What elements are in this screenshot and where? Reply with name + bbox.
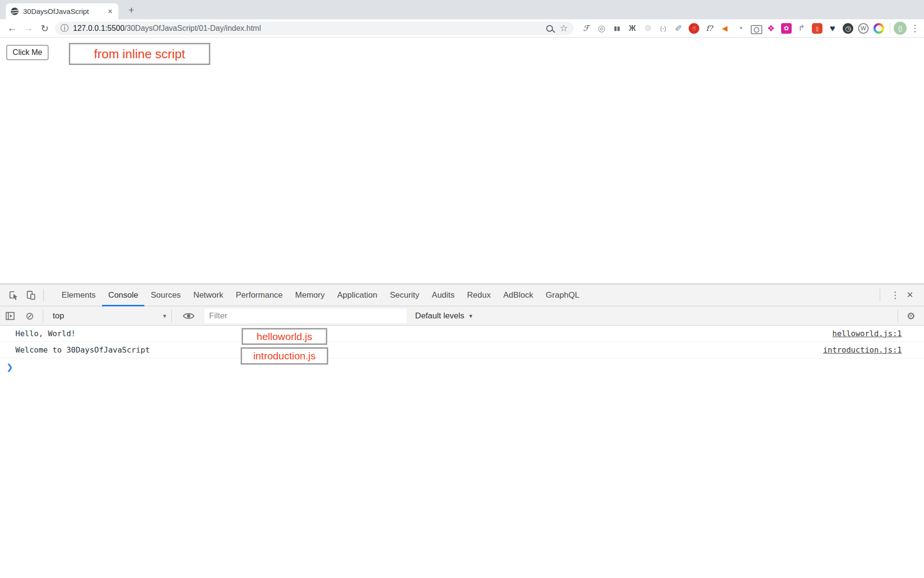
- stop-hand-extension-icon[interactable]: ☝: [689, 23, 699, 34]
- corner-arrow-extension-icon[interactable]: ↱: [796, 23, 807, 34]
- swirl-extension-icon[interactable]: ◔: [735, 23, 745, 34]
- tabbar-right-divider: [880, 289, 880, 302]
- page-info-icon[interactable]: ⓘ: [61, 23, 69, 34]
- inline-script-annotation: from inline script: [69, 43, 210, 65]
- tab-security[interactable]: Security: [384, 284, 425, 306]
- device-toolbar-icon[interactable]: [26, 290, 36, 301]
- tab-network[interactable]: Network: [187, 284, 230, 306]
- parentheses-extension-icon[interactable]: (-): [658, 23, 668, 34]
- chevron-down-icon: ▼: [162, 313, 167, 319]
- tab-adblock[interactable]: AdBlock: [497, 284, 539, 306]
- profile-avatar[interactable]: {}: [894, 22, 907, 35]
- console-prompt-row[interactable]: ❯: [0, 358, 924, 376]
- red-square-extension-icon[interactable]: ▯: [812, 23, 822, 34]
- page-content: Click Me from inline script: [0, 38, 924, 284]
- devtools-panel: Elements Console Sources Network Perform…: [0, 284, 924, 578]
- tab-audits[interactable]: Audits: [425, 284, 461, 306]
- w-circle-extension-icon[interactable]: W: [858, 23, 869, 34]
- heart-search-extension-icon[interactable]: ♥: [827, 23, 838, 34]
- log-message: Hello, World!: [15, 329, 76, 338]
- back-icon[interactable]: ←: [4, 23, 20, 34]
- forward-icon[interactable]: →: [20, 23, 37, 34]
- zoom-magnifier-icon[interactable]: [546, 25, 553, 32]
- execution-context-selector[interactable]: top ▼: [53, 311, 167, 321]
- console-log-row: Hello, World! helloworld.js:1: [0, 326, 924, 342]
- log-levels-dropdown[interactable]: Default levels ▼: [415, 311, 474, 321]
- tab-strip: 30DaysOfJavaScript × +: [0, 0, 924, 19]
- tab-performance[interactable]: Performance: [230, 284, 289, 306]
- bookmark-star-icon[interactable]: ☆: [560, 23, 568, 34]
- eyedropper-extension-icon[interactable]: ✐: [673, 23, 684, 34]
- clock-extension-icon[interactable]: ◷: [843, 23, 853, 34]
- pink-diamond-extension-icon[interactable]: ❖: [766, 23, 776, 34]
- console-filter-input[interactable]: [205, 309, 407, 323]
- url-text: 127.0.0.1:5500/30DaysOfJavaScript/01-Day…: [73, 24, 261, 33]
- levels-label: Default levels: [415, 311, 464, 321]
- browser-window: 30DaysOfJavaScript × + ← → ↻ ⓘ 127.0.0.1…: [0, 0, 924, 578]
- clear-console-icon[interactable]: ⊘: [26, 310, 34, 322]
- context-label: top: [53, 311, 64, 321]
- globe-favicon-icon: [11, 7, 19, 15]
- devtools-menu-icon[interactable]: ⋮: [891, 289, 900, 301]
- bug-extension-icon[interactable]: Ж: [627, 23, 638, 34]
- megaphone-extension-icon[interactable]: ◀: [719, 23, 730, 34]
- tab-application[interactable]: Application: [331, 284, 384, 306]
- tab-redux[interactable]: Redux: [461, 284, 497, 306]
- tabbar-divider: [43, 289, 44, 302]
- tab-elements[interactable]: Elements: [55, 284, 102, 306]
- browser-tab[interactable]: 30DaysOfJavaScript ×: [6, 3, 118, 19]
- tab-memory[interactable]: Memory: [289, 284, 331, 306]
- log-message: Welcome to 30DaysOfJavaScript: [15, 345, 150, 355]
- columns-extension-icon[interactable]: ▮▮: [612, 23, 622, 34]
- tab-console[interactable]: Console: [102, 284, 144, 306]
- introduction-annotation: introduction.js: [241, 347, 328, 365]
- browser-toolbar: ← → ↻ ⓘ 127.0.0.1:5500/30DaysOfJavaScrip…: [0, 19, 924, 38]
- toolbar-divider-3: [898, 310, 898, 322]
- pink-flower-square-extension-icon[interactable]: ✿: [781, 23, 792, 34]
- color-wheel-extension-icon[interactable]: [873, 23, 884, 34]
- helloworld-annotation: helloworld.js: [242, 328, 327, 345]
- console-sidebar-toggle-icon[interactable]: [5, 311, 15, 321]
- script-f-extension-icon[interactable]: ℱ: [581, 23, 591, 34]
- toolbar-divider-2: [171, 310, 172, 322]
- devtools-tabs: Elements Console Sources Network Perform…: [55, 284, 586, 306]
- flower-extension-icon[interactable]: ❁: [642, 23, 653, 34]
- toolbar-divider: [890, 23, 890, 34]
- chevron-down-icon: ▼: [468, 313, 474, 319]
- url-path: /30DaysOfJavaScript/01-Day/index.html: [125, 24, 261, 32]
- omnibox-right-icons: ☆: [546, 23, 568, 34]
- devtools-close-icon[interactable]: ✕: [907, 290, 913, 300]
- close-tab-icon[interactable]: ×: [107, 7, 114, 16]
- tab-title: 30DaysOfJavaScript: [23, 7, 107, 15]
- tab-sources[interactable]: Sources: [144, 284, 187, 306]
- orbit-extension-icon[interactable]: ◎: [596, 23, 607, 34]
- new-tab-button[interactable]: +: [125, 4, 138, 17]
- toolbar-divider-1: [43, 310, 43, 322]
- devtools-tab-bar: Elements Console Sources Network Perform…: [0, 284, 924, 306]
- devtools-tabbar-right: ⋮ ✕: [876, 289, 919, 302]
- inspect-element-icon[interactable]: [8, 290, 19, 301]
- log-source-link[interactable]: introduction.js:1: [823, 345, 902, 355]
- console-toolbar: ⊘ top ▼ Default levels ▼ ⚙: [0, 306, 924, 326]
- console-prompt-icon: ❯: [6, 362, 13, 372]
- console-settings-gear-icon[interactable]: ⚙: [907, 310, 915, 322]
- console-log-row: Welcome to 30DaysOfJavaScript introducti…: [0, 342, 924, 358]
- log-source-link[interactable]: helloworld.js:1: [833, 329, 902, 338]
- extensions-bar: ℱ ◎ ▮▮ Ж ❁ (-) ✐ ☝ f? ◀ ◔ ❖ ✿ ↱ ▯ ♥ ◷ W: [578, 23, 886, 34]
- url-host: 127.0.0.1:5500: [73, 24, 125, 32]
- tab-graphql[interactable]: GraphQL: [539, 284, 586, 306]
- reload-icon[interactable]: ↻: [37, 23, 53, 34]
- console-messages: Hello, World! helloworld.js:1 Welcome to…: [0, 326, 924, 376]
- camera-extension-icon[interactable]: [750, 23, 761, 34]
- live-expression-eye-icon[interactable]: [182, 311, 195, 321]
- browser-menu-icon[interactable]: ⋮: [911, 23, 919, 34]
- click-me-button[interactable]: Click Me: [6, 45, 49, 60]
- f-question-extension-icon[interactable]: f?: [704, 23, 715, 34]
- console-toolbar-right: ⚙: [894, 310, 920, 322]
- address-bar[interactable]: ⓘ 127.0.0.1:5500/30DaysOfJavaScript/01-D…: [55, 22, 574, 35]
